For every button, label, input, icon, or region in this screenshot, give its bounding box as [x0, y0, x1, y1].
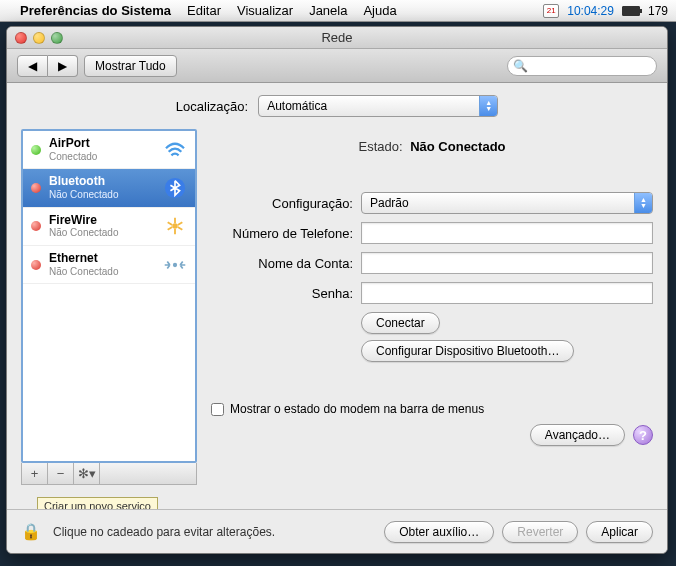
show-all-button[interactable]: Mostrar Tudo [84, 55, 177, 77]
ethernet-icon [163, 253, 187, 277]
status-dot-icon [31, 260, 41, 270]
account-input[interactable] [361, 252, 653, 274]
status-dot-icon [31, 183, 41, 193]
show-modem-label: Mostrar o estado do modem na barra de me… [230, 402, 484, 416]
battery-icon[interactable] [622, 6, 640, 16]
show-modem-checkbox[interactable] [211, 403, 224, 416]
menu-extra-text: 179 [648, 4, 668, 18]
select-arrows-icon: ▲▼ [634, 193, 652, 213]
search-icon: 🔍 [513, 59, 528, 73]
app-menu[interactable]: Preferências do Sistema [20, 3, 171, 18]
svg-point-2 [173, 262, 177, 266]
service-status: Não Conectado [49, 227, 155, 239]
phone-label: Número de Telefone: [211, 226, 361, 241]
advanced-button[interactable]: Avançado… [530, 424, 625, 446]
list-toolbar: + − ✻▾ [21, 463, 197, 485]
config-value: Padrão [370, 196, 409, 210]
wifi-icon [163, 138, 187, 162]
menu-help[interactable]: Ajuda [363, 3, 396, 18]
state-label: Estado: [358, 139, 402, 154]
titlebar: Rede [7, 27, 667, 49]
password-label: Senha: [211, 286, 361, 301]
apply-button[interactable]: Aplicar [586, 521, 653, 543]
revert-button[interactable]: Reverter [502, 521, 578, 543]
account-label: Nome da Conta: [211, 256, 361, 271]
service-bluetooth[interactable]: Bluetooth Não Conectado [23, 169, 195, 207]
service-firewire[interactable]: FireWire Não Conectado [23, 208, 195, 246]
connect-button[interactable]: Conectar [361, 312, 440, 334]
get-help-button[interactable]: Obter auxílio… [384, 521, 494, 543]
remove-service-button[interactable]: − [48, 463, 74, 484]
clock[interactable]: 10:04:29 [567, 4, 614, 18]
firewire-icon [163, 214, 187, 238]
location-select[interactable]: Automática ▲▼ [258, 95, 498, 117]
search-input[interactable] [507, 56, 657, 76]
state-value: Não Conectado [410, 139, 505, 154]
menu-view[interactable]: Visualizar [237, 3, 293, 18]
phone-input[interactable] [361, 222, 653, 244]
detail-pane: Estado: Não Conectado Configuração: Padr… [211, 129, 653, 485]
status-dot-icon [31, 221, 41, 231]
service-actions-button[interactable]: ✻▾ [74, 463, 100, 484]
add-service-button[interactable]: + [22, 463, 48, 484]
window-title: Rede [7, 30, 667, 45]
help-button[interactable]: ? [633, 425, 653, 445]
footer: 🔒 Clique no cadeado para evitar alteraçõ… [7, 509, 667, 553]
service-name: Ethernet [49, 252, 155, 266]
svg-point-1 [172, 223, 178, 229]
bluetooth-icon [163, 176, 187, 200]
toolbar: ◀ ▶ Mostrar Tudo 🔍 [7, 49, 667, 83]
service-airport[interactable]: AirPort Conectado [23, 131, 195, 169]
back-button[interactable]: ◀ [17, 55, 48, 77]
lock-icon[interactable]: 🔒 [21, 522, 41, 541]
service-list: AirPort Conectado Bluetooth Não Conectad… [21, 129, 197, 463]
service-name: Bluetooth [49, 175, 155, 189]
location-label: Localização: [176, 99, 248, 114]
service-status: Não Conectado [49, 189, 155, 201]
service-status: Conectado [49, 151, 155, 163]
preferences-window: Rede ◀ ▶ Mostrar Tudo 🔍 Localização: Aut… [6, 26, 668, 554]
config-label: Configuração: [211, 196, 361, 211]
password-input[interactable] [361, 282, 653, 304]
service-status: Não Conectado [49, 266, 155, 278]
status-dot-icon [31, 145, 41, 155]
service-name: FireWire [49, 214, 155, 228]
lock-text: Clique no cadeado para evitar alterações… [53, 525, 376, 539]
forward-button[interactable]: ▶ [48, 55, 78, 77]
location-value: Automática [267, 99, 327, 113]
service-name: AirPort [49, 137, 155, 151]
calendar-menu-icon[interactable]: 21 [543, 4, 559, 18]
select-arrows-icon: ▲▼ [479, 96, 497, 116]
menu-edit[interactable]: Editar [187, 3, 221, 18]
menu-window[interactable]: Janela [309, 3, 347, 18]
configure-bluetooth-button[interactable]: Configurar Dispositivo Bluetooth… [361, 340, 574, 362]
menubar: Preferências do Sistema Editar Visualiza… [0, 0, 676, 22]
config-select[interactable]: Padrão ▲▼ [361, 192, 653, 214]
service-ethernet[interactable]: Ethernet Não Conectado [23, 246, 195, 284]
